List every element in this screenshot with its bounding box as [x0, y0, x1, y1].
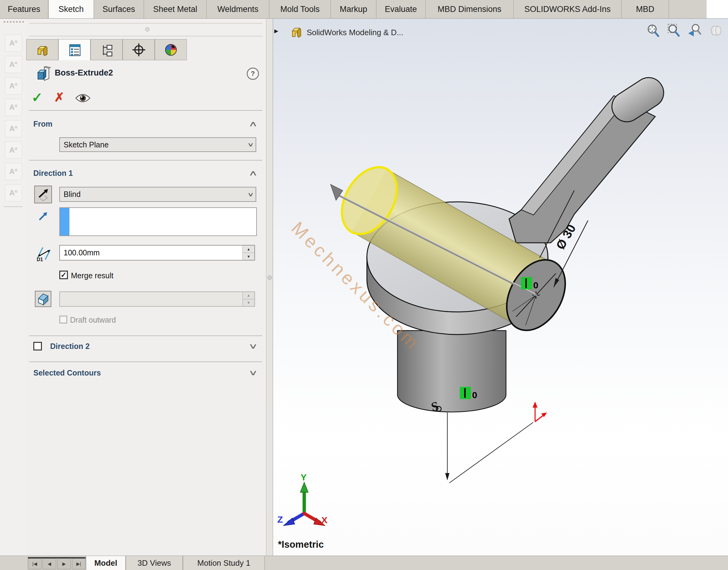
tab-propertymanager[interactable]	[58, 39, 90, 60]
ribbon-tab-features[interactable]: Features	[0, 0, 48, 18]
section-divider	[29, 110, 262, 111]
end-condition-combobox[interactable]: Blind ∨	[59, 187, 256, 202]
cancel-button[interactable]: ✗	[54, 90, 64, 104]
depth-value: 100.00mm	[60, 248, 243, 257]
section-direction2: Direction 2 ∨	[26, 342, 266, 353]
reverse-direction-button[interactable]	[34, 186, 52, 203]
model-base-cylinder[interactable]	[397, 331, 506, 412]
annotation-tool-icon: A°	[5, 185, 22, 202]
zoom-to-fit-button[interactable]	[646, 24, 660, 38]
tab-configurationmanager[interactable]	[90, 39, 122, 60]
checkmark-icon: ✓	[60, 271, 67, 279]
manager-tab-strip	[26, 39, 187, 60]
svg-text:0: 0	[472, 390, 477, 400]
direction-arrow-icon	[38, 211, 49, 223]
tab-motion-study-1[interactable]: Motion Study 1	[183, 556, 265, 570]
first-tab-button[interactable]: |◀	[28, 558, 42, 569]
ribbon-tab-weldments[interactable]: Weldments	[207, 0, 269, 18]
ribbon-tab-solidworks-addins[interactable]: SOLIDWORKS Add-Ins	[514, 0, 622, 18]
graphics-area[interactable]: Ø 30 0 0 S	[273, 19, 728, 556]
chevron-down-icon[interactable]: ∨	[248, 368, 258, 377]
ribbon-tab-surfaces[interactable]: Surfaces	[94, 0, 144, 18]
direction-reference-listbox[interactable]	[59, 207, 257, 236]
selection-highlight	[60, 208, 69, 236]
tab-displaymanager[interactable]	[155, 39, 187, 60]
toolbar-grip[interactable]	[4, 21, 24, 23]
property-manager-panel: Boss-Extrude2 ? ✓ ✗ From ∧ Sketch Plane	[26, 19, 266, 556]
part-icon	[35, 43, 49, 57]
next-tab-button[interactable]: ▶	[57, 558, 71, 569]
axis-drag-handle[interactable]	[331, 185, 343, 200]
annotation-tool-icon: A°	[5, 163, 22, 180]
view-orientation-label: *Isometric	[278, 539, 324, 550]
model-lever-arm[interactable]	[509, 72, 669, 243]
eye-icon	[75, 93, 91, 104]
spin-up-icon: ▲	[243, 292, 254, 299]
zoom-to-area-button[interactable]	[667, 24, 681, 38]
ribbon-tab-mbd-dimensions[interactable]: MBD Dimensions	[426, 0, 514, 18]
ribbon-corner	[707, 0, 728, 18]
document-title[interactable]: SolidWorks Modeling & D...	[307, 28, 403, 37]
previous-view-icon	[688, 24, 702, 38]
ribbon-tab-sheet-metal[interactable]: Sheet Metal	[144, 0, 207, 18]
ok-button[interactable]: ✓	[31, 89, 43, 105]
direction2-checkbox[interactable]	[33, 342, 42, 350]
direction1-header: Direction 1	[33, 169, 73, 178]
from-value: Sketch Plane	[60, 140, 108, 149]
feature-title: Boss-Extrude2	[55, 68, 113, 78]
merge-result-label: Merge result	[71, 271, 113, 280]
help-icon[interactable]: ?	[247, 68, 259, 80]
chevron-down-icon[interactable]: ∨	[248, 342, 258, 350]
merge-result-checkbox[interactable]: ✓	[59, 271, 68, 279]
triad-x-label: X	[321, 515, 327, 525]
previous-view-button[interactable]	[688, 24, 702, 38]
ribbon-tab-sketch[interactable]: Sketch	[48, 0, 94, 18]
sketch-construction-lines[interactable]	[445, 412, 533, 483]
last-tab-button[interactable]: ▶|	[72, 558, 86, 569]
heads-up-view-toolbar	[646, 24, 723, 38]
ribbon-tab-mold-tools[interactable]: Mold Tools	[269, 0, 331, 18]
tab-3d-views[interactable]: 3D Views	[126, 556, 183, 570]
property-manager-icon	[68, 43, 82, 57]
ribbon-tab-evaluate[interactable]: Evaluate	[376, 0, 426, 18]
flyout-tree-arrow-icon[interactable]: ▶	[274, 28, 278, 34]
splitter-grip-dot	[268, 276, 272, 280]
draft-icon	[36, 292, 50, 306]
feature-title-row: Boss-Extrude2 ?	[26, 65, 266, 83]
svg-text:0: 0	[533, 280, 538, 290]
from-combobox[interactable]: Sketch Plane ∨	[59, 137, 256, 152]
svg-text:D1: D1	[37, 257, 43, 261]
chevron-down-icon: ∨	[247, 141, 254, 148]
triad-z-label: Z	[277, 514, 283, 524]
tab-model[interactable]: Model	[86, 556, 126, 570]
sketch-origin[interactable]	[532, 401, 547, 422]
annotation-tool-icon: A°	[5, 77, 22, 94]
panel-actions: ✓ ✗	[26, 89, 266, 107]
solidworks-window: Features Sketch Surfaces Sheet Metal Wel…	[0, 0, 728, 570]
orientation-triad[interactable]: Y Z X	[277, 472, 327, 526]
bottom-tab-bar: |◀ ◀ ▶ ▶| Model 3D Views Motion Study 1	[0, 556, 728, 570]
display-manager-ball-icon	[164, 43, 178, 57]
spin-up-icon[interactable]: ▲	[243, 246, 254, 253]
section-selected-contours: Selected Contours ∨	[26, 368, 266, 379]
zoom-to-area-icon	[667, 24, 681, 38]
depth-input[interactable]: 100.00mm ▲ ▼	[59, 245, 255, 261]
previous-tab-button[interactable]: ◀	[42, 558, 56, 569]
ribbon-tab-mbd[interactable]: MBD	[622, 0, 669, 18]
section-divider	[29, 335, 262, 336]
spin-down-icon[interactable]: ▼	[243, 253, 254, 260]
from-header: From	[33, 119, 53, 128]
chevron-up-icon[interactable]: ∧	[248, 169, 258, 177]
panel-viewport-splitter[interactable]	[266, 19, 273, 556]
tab-dimxpertmanager[interactable]	[122, 39, 155, 60]
spin-down-icon: ▼	[243, 299, 254, 306]
preview-eye-button[interactable]	[75, 93, 91, 105]
ribbon-tab-markup[interactable]: Markup	[331, 0, 376, 18]
section-view-button[interactable]	[708, 24, 723, 38]
draft-button[interactable]	[35, 291, 51, 307]
chevron-up-icon[interactable]: ∧	[248, 119, 258, 128]
reverse-direction-icon	[36, 188, 50, 202]
panel-top-rule2	[29, 36, 262, 36]
panel-splitter-grip[interactable]	[145, 27, 149, 31]
tab-featuremanager[interactable]	[26, 39, 58, 60]
